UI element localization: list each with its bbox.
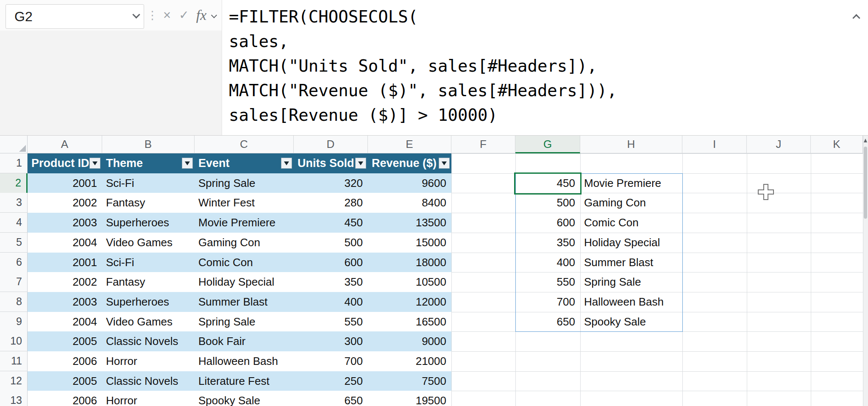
cell-G5[interactable]: 350: [515, 233, 580, 253]
cell-D7[interactable]: 350: [294, 272, 368, 292]
enter-icon[interactable]: ✓: [175, 0, 192, 31]
cell-E3[interactable]: 8400: [368, 193, 451, 213]
cell-E8[interactable]: 12000: [368, 292, 451, 312]
name-box[interactable]: G2: [6, 4, 144, 29]
cell-C6[interactable]: Comic Con: [195, 253, 294, 273]
cell-D4[interactable]: 450: [294, 213, 368, 233]
row-header-7[interactable]: 7: [0, 272, 28, 292]
column-header-A[interactable]: A: [28, 136, 102, 153]
cell-A8[interactable]: 2003: [28, 292, 102, 312]
cell-E10[interactable]: 9000: [368, 331, 451, 351]
row-header-12[interactable]: 12: [0, 371, 28, 391]
cell-E7[interactable]: 10500: [368, 272, 451, 292]
cell-B2[interactable]: Sci-Fi: [102, 173, 195, 193]
cell-B10[interactable]: Classic Novels: [102, 331, 195, 351]
column-header-G[interactable]: G: [515, 136, 580, 153]
cell-A6[interactable]: 2001: [28, 253, 102, 273]
column-header-C[interactable]: C: [195, 136, 294, 153]
cell-G4[interactable]: 600: [515, 213, 580, 233]
cell-H8[interactable]: Halloween Bash: [580, 292, 682, 312]
cell-C13[interactable]: Spooky Sale: [195, 391, 294, 406]
filter-dropdown-icon[interactable]: [89, 158, 100, 169]
cell-A11[interactable]: 2006: [28, 351, 102, 371]
column-header-H[interactable]: H: [580, 136, 682, 153]
cell-D9[interactable]: 550: [294, 312, 368, 332]
cell-C3[interactable]: Winter Fest: [195, 193, 294, 213]
cell-A10[interactable]: 2005: [28, 331, 102, 351]
cell-A4[interactable]: 2003: [28, 213, 102, 233]
cell-E5[interactable]: 15000: [368, 233, 451, 253]
column-header-I[interactable]: I: [682, 136, 747, 153]
cell-E9[interactable]: 16500: [368, 312, 451, 332]
cell-B3[interactable]: Fantasy: [102, 193, 195, 213]
cell-B4[interactable]: Superheroes: [102, 213, 195, 233]
cell-A9[interactable]: 2004: [28, 312, 102, 332]
cell-H3[interactable]: Gaming Con: [580, 193, 682, 213]
formula-input[interactable]: =FILTER(CHOOSECOLS(sales,MATCH("Units So…: [229, 5, 617, 128]
cell-D3[interactable]: 280: [294, 193, 368, 213]
filter-dropdown-icon[interactable]: [281, 158, 292, 169]
row-header-4[interactable]: 4: [0, 213, 28, 233]
cell-G6[interactable]: 400: [515, 253, 580, 273]
insert-function-icon[interactable]: fx: [192, 0, 210, 31]
row-header-13[interactable]: 13: [0, 391, 28, 406]
cell-E12[interactable]: 7500: [368, 371, 451, 391]
cell-G8[interactable]: 700: [515, 292, 580, 312]
row-header-9[interactable]: 9: [0, 312, 28, 332]
cell-B8[interactable]: Superheroes: [102, 292, 195, 312]
cell-D6[interactable]: 600: [294, 253, 368, 273]
cell-A3[interactable]: 2002: [28, 193, 102, 213]
cell-D12[interactable]: 250: [294, 371, 368, 391]
cell-G3[interactable]: 500: [515, 193, 580, 213]
row-header-2[interactable]: 2: [0, 173, 28, 193]
cell-C10[interactable]: Book Fair: [195, 331, 294, 351]
column-header-F[interactable]: F: [451, 136, 515, 153]
cell-C2[interactable]: Spring Sale: [195, 173, 294, 193]
column-header-K[interactable]: K: [811, 136, 863, 153]
row-header-10[interactable]: 10: [0, 331, 28, 351]
column-header-E[interactable]: E: [368, 136, 451, 153]
cell-E11[interactable]: 21000: [368, 351, 451, 371]
cell-A5[interactable]: 2004: [28, 233, 102, 253]
cell-G7[interactable]: 550: [515, 272, 580, 292]
column-header-D[interactable]: D: [294, 136, 368, 153]
row-header-11[interactable]: 11: [0, 351, 28, 371]
row-header-8[interactable]: 8: [0, 292, 28, 312]
cell-B6[interactable]: Sci-Fi: [102, 253, 195, 273]
cell-H5[interactable]: Holiday Special: [580, 233, 682, 253]
cell-C8[interactable]: Summer Blast: [195, 292, 294, 312]
cell-C7[interactable]: Holiday Special: [195, 272, 294, 292]
cell-B11[interactable]: Horror: [102, 351, 195, 371]
cell-D8[interactable]: 400: [294, 292, 368, 312]
cell-E13[interactable]: 19500: [368, 391, 451, 406]
cell-G2[interactable]: 450: [515, 173, 580, 193]
cell-D13[interactable]: 650: [294, 391, 368, 406]
cell-G9[interactable]: 650: [515, 312, 580, 332]
filter-dropdown-icon[interactable]: [439, 158, 450, 169]
cell-B7[interactable]: Fantasy: [102, 272, 195, 292]
cell-A2[interactable]: 2001: [28, 173, 102, 193]
cell-A12[interactable]: 2005: [28, 371, 102, 391]
cell-E2[interactable]: 9600: [368, 173, 451, 193]
cell-C5[interactable]: Gaming Con: [195, 233, 294, 253]
cell-B9[interactable]: Video Games: [102, 312, 195, 332]
filter-dropdown-icon[interactable]: [355, 158, 366, 169]
select-all-corner[interactable]: [0, 136, 28, 153]
cell-H7[interactable]: Spring Sale: [580, 272, 682, 292]
row-header-3[interactable]: 3: [0, 193, 28, 213]
cell-H2[interactable]: Movie Premiere: [580, 173, 682, 193]
column-header-B[interactable]: B: [102, 136, 195, 153]
cell-H6[interactable]: Summer Blast: [580, 253, 682, 273]
cell-A13[interactable]: 2006: [28, 391, 102, 406]
row-header-1[interactable]: 1: [0, 153, 28, 173]
cell-B5[interactable]: Video Games: [102, 233, 195, 253]
row-header-6[interactable]: 6: [0, 253, 28, 273]
cell-C9[interactable]: Spring Sale: [195, 312, 294, 332]
cell-E4[interactable]: 13500: [368, 213, 451, 233]
cell-B12[interactable]: Classic Novels: [102, 371, 195, 391]
cell-C4[interactable]: Movie Premiere: [195, 213, 294, 233]
scrollbar-thumb[interactable]: [864, 147, 867, 219]
cancel-icon[interactable]: ×: [159, 0, 175, 31]
column-header-J[interactable]: J: [747, 136, 811, 153]
cell-A7[interactable]: 2002: [28, 272, 102, 292]
